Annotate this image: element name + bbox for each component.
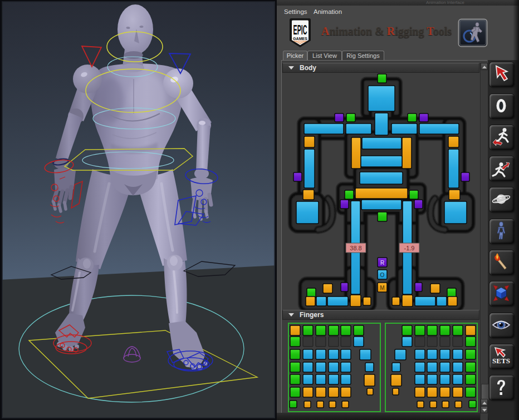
svg-text:SETS: SETS bbox=[492, 357, 510, 365]
svg-text:GAMES: GAMES bbox=[293, 37, 307, 41]
svg-text:R: R bbox=[380, 260, 384, 266]
svg-text:-1.9: -1.9 bbox=[404, 245, 415, 251]
svg-text:O: O bbox=[380, 272, 385, 278]
svg-text:M: M bbox=[380, 285, 384, 291]
svg-text:EPIC: EPIC bbox=[293, 23, 307, 37]
svg-text:38.8: 38.8 bbox=[350, 245, 361, 251]
